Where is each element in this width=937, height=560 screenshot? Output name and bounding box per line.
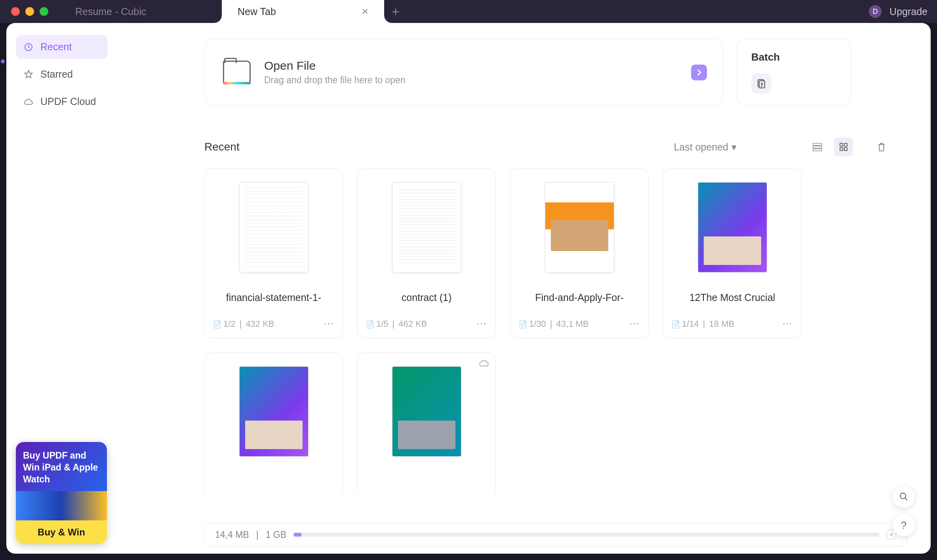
svg-rect-8 — [840, 148, 843, 150]
maximize-window-button[interactable] — [40, 7, 48, 16]
open-file-subtitle: Drag and drop the file here to open — [264, 75, 406, 86]
file-thumbnail — [545, 182, 614, 272]
promo-image — [16, 491, 107, 520]
file-pages: 1/14 — [671, 319, 699, 329]
svg-rect-3 — [813, 143, 822, 145]
sort-label: Last opened — [674, 141, 728, 153]
file-thumbnail — [392, 366, 461, 457]
tab-new[interactable]: New Tab × — [222, 0, 384, 23]
main-panel: Recent Starred UPDF Cloud Ope — [6, 23, 931, 554]
file-name: financial-statement-1- — [226, 284, 321, 311]
svg-rect-6 — [840, 143, 843, 146]
help-fab[interactable]: ? — [893, 514, 915, 536]
window-controls — [0, 7, 59, 16]
close-tab-icon[interactable]: × — [362, 5, 368, 18]
file-pages: 1/5 — [366, 319, 389, 329]
upgrade-link[interactable]: Upgrade — [889, 6, 927, 17]
file-size: 43,1 MB — [556, 319, 589, 329]
open-file-title: Open File — [264, 59, 406, 72]
promo-headline: Buy UPDF and Win iPad & Apple Watch — [23, 450, 100, 486]
storage-progress — [293, 533, 880, 537]
file-more-button[interactable]: ⋯ — [629, 318, 640, 330]
svg-rect-7 — [844, 143, 847, 146]
close-window-button[interactable] — [11, 7, 20, 16]
sidebar-indicator-dot — [1, 59, 5, 63]
file-pages: 1/30 — [518, 319, 546, 329]
file-thumbnail — [239, 182, 309, 272]
file-name: contract (1) — [402, 284, 451, 311]
file-name: Find-and-Apply-For- — [535, 284, 624, 311]
file-card[interactable]: 12The Most Crucial 1/14 | 18 MB ⋯ — [663, 168, 802, 338]
clock-icon — [24, 42, 33, 52]
file-thumbnail — [392, 182, 461, 272]
tab-label: New Tab — [238, 6, 276, 17]
chevron-down-icon: ▾ — [731, 141, 737, 153]
promo-button[interactable]: Buy & Win — [16, 520, 107, 544]
file-card[interactable] — [204, 352, 343, 493]
sidebar-label: UPDF Cloud — [40, 96, 96, 107]
content-area: Open File Drag and drop the file here to… — [117, 23, 931, 554]
open-file-arrow-button[interactable] — [691, 65, 707, 80]
grid-view-button[interactable] — [834, 137, 853, 156]
search-fab[interactable] — [893, 486, 915, 508]
sidebar-item-starred[interactable]: Starred — [16, 62, 108, 86]
batch-title: Batch — [751, 51, 837, 63]
tab-label: Resume - Cubic — [75, 6, 146, 17]
user-avatar[interactable]: D — [869, 5, 882, 18]
file-card[interactable]: Find-and-Apply-For- 1/30 | 43,1 MB ⋯ — [510, 168, 649, 338]
cloud-sync-icon — [479, 359, 489, 367]
sort-dropdown[interactable]: Last opened ▾ — [674, 141, 737, 153]
file-thumbnail — [698, 182, 767, 272]
svg-rect-4 — [813, 146, 822, 148]
file-size: 462 KB — [398, 319, 427, 329]
tab-resume[interactable]: Resume - Cubic — [59, 0, 222, 23]
svg-rect-9 — [844, 148, 847, 150]
file-name: 12The Most Crucial — [689, 284, 775, 311]
cloud-icon — [24, 97, 33, 107]
file-thumbnail — [239, 366, 309, 457]
sidebar-item-cloud[interactable]: UPDF Cloud — [16, 90, 108, 114]
promo-banner[interactable]: Buy UPDF and Win iPad & Apple Watch Buy … — [16, 442, 107, 544]
tab-bar: Resume - Cubic New Tab × + — [59, 0, 869, 23]
file-grid: financial-statement-1- 1/2 | 432 KB ⋯ co… — [204, 168, 907, 493]
file-size: 432 KB — [246, 319, 274, 329]
sidebar-item-recent[interactable]: Recent — [16, 35, 108, 59]
file-size: 18 MB — [709, 319, 735, 329]
list-view-button[interactable] — [808, 137, 827, 156]
storage-bar: 14,4 MB | 1 GB + — [204, 523, 907, 547]
recent-section-title: Recent — [204, 141, 240, 153]
file-card[interactable]: financial-statement-1- 1/2 | 432 KB ⋯ — [204, 168, 343, 338]
batch-combine-button[interactable] — [751, 74, 771, 93]
storage-used: 14,4 MB — [215, 530, 249, 540]
sidebar-label: Recent — [40, 41, 72, 53]
storage-total: 1 GB — [266, 530, 286, 540]
batch-card: Batch — [737, 39, 851, 106]
folder-icon — [223, 61, 251, 84]
titlebar: Resume - Cubic New Tab × + D Upgrade — [0, 0, 937, 23]
file-more-button[interactable]: ⋯ — [324, 318, 335, 330]
svg-point-10 — [900, 493, 906, 499]
file-card[interactable] — [357, 352, 496, 493]
star-icon — [24, 70, 33, 79]
file-card[interactable]: contract (1) 1/5 | 462 KB ⋯ — [357, 168, 496, 338]
svg-rect-5 — [813, 149, 822, 151]
sidebar-label: Starred — [40, 69, 73, 80]
file-pages: 1/2 — [213, 319, 236, 329]
open-file-card[interactable]: Open File Drag and drop the file here to… — [204, 39, 723, 106]
file-more-button[interactable]: ⋯ — [476, 318, 488, 330]
minimize-window-button[interactable] — [25, 7, 34, 16]
file-more-button[interactable]: ⋯ — [782, 318, 793, 330]
trash-button[interactable] — [872, 137, 891, 156]
